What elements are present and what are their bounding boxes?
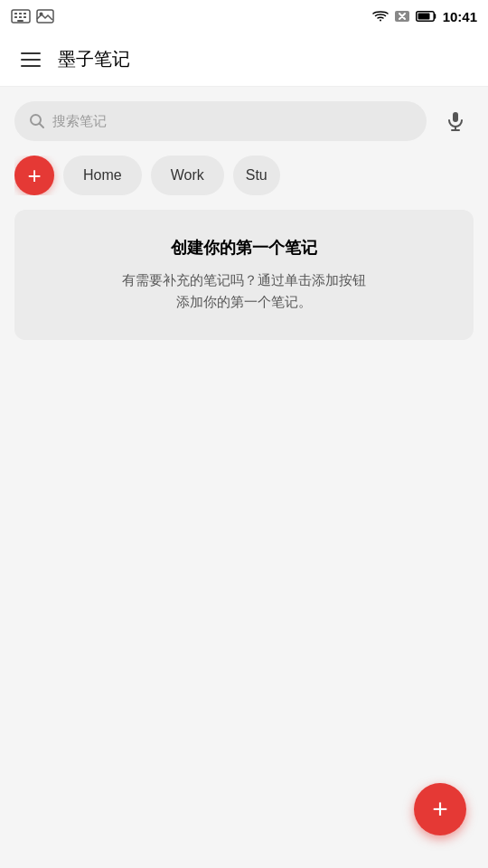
fab-plus-icon: + [432,796,448,823]
mic-icon [445,110,466,132]
add-note-fab-small[interactable]: + [14,156,54,195]
search-row: 搜索笔记 [14,101,474,141]
app-title: 墨子笔记 [58,47,130,71]
search-placeholder-text: 搜索笔记 [52,113,107,130]
status-time: 10:41 [443,9,477,24]
tab-home[interactable]: Home [63,156,142,195]
mic-button[interactable] [437,103,474,139]
keyboard-icon [11,9,31,24]
tab-work[interactable]: Work [151,156,224,195]
add-note-fab-bottom[interactable]: + [414,783,466,835]
empty-state-title: 创建你的第一个笔记 [171,237,317,259]
signal-blocked-icon [394,10,410,23]
svg-rect-4 [14,16,17,18]
battery-icon [416,11,437,22]
svg-rect-1 [14,13,17,14]
svg-rect-2 [19,13,22,14]
wifi-icon [372,10,389,23]
top-bar: 墨子笔记 [0,33,488,87]
search-bar[interactable]: 搜索笔记 [14,101,427,141]
image-icon [36,9,54,24]
empty-state-description: 有需要补充的笔记吗？通过单击添加按钮添加你的第一个笔记。 [122,269,366,313]
main-content: 搜索笔记 + Home Work Stu 创建你 [0,87,488,354]
svg-rect-7 [17,20,23,22]
search-icon [29,113,45,129]
svg-rect-14 [453,112,458,122]
tab-study[interactable]: Stu [233,156,280,195]
status-bar: 10:41 [0,0,488,33]
empty-state-card: 创建你的第一个笔记 有需要补充的笔记吗？通过单击添加按钮添加你的第一个笔记。 [14,210,474,340]
tabs-row: + Home Work Stu [14,156,474,195]
status-bar-right: 10:41 [372,9,477,24]
svg-rect-3 [23,13,26,14]
svg-rect-12 [418,14,429,20]
svg-rect-5 [19,16,22,18]
menu-button[interactable] [14,43,47,76]
svg-rect-6 [23,16,26,18]
status-bar-left [11,9,54,24]
